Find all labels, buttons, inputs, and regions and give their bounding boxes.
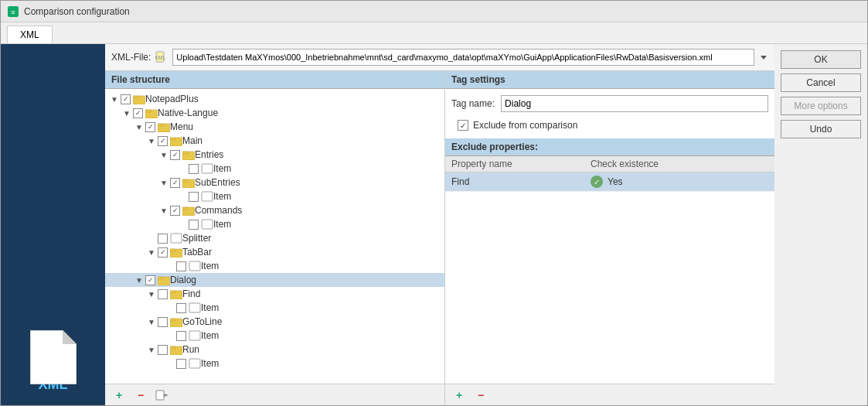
tree-content[interactable]: ▼ NotepadPlus ▼ Native-Langue <box>105 89 444 384</box>
tag-panel: Tag settings Tag name: Exclude from comp… <box>445 71 774 405</box>
import-icon[interactable] <box>155 387 170 403</box>
tree-item-menu[interactable]: ▼ Menu <box>105 120 444 134</box>
tree-item-item6[interactable]: Item <box>105 329 444 343</box>
svg-text:XML: XML <box>155 55 165 60</box>
svg-rect-39 <box>156 391 164 400</box>
toggle-icon[interactable]: ▼ <box>158 148 170 161</box>
add-prop-button[interactable]: + <box>451 387 467 403</box>
tree-checkbox[interactable] <box>158 247 168 258</box>
tree-item-tabbar[interactable]: ▼ TabBar <box>105 245 444 259</box>
tag-settings-header: Tag settings <box>445 71 774 89</box>
item-icon <box>201 191 213 202</box>
main-window: ≡ Comparison configuration XML XML XML-F… <box>0 0 868 406</box>
item-icon <box>189 330 201 341</box>
undo-button[interactable]: Undo <box>781 120 861 138</box>
toggle-icon[interactable]: ▼ <box>133 274 145 286</box>
tree-item-item4[interactable]: Item <box>105 259 444 273</box>
tree-checkbox[interactable] <box>133 108 143 118</box>
props-col1-header: Property name <box>451 159 591 169</box>
tree-checkbox[interactable] <box>189 192 199 202</box>
svg-rect-17 <box>202 164 213 173</box>
toggle-spacer <box>164 357 176 370</box>
tree-item-item7[interactable]: Item <box>105 357 444 370</box>
add-tree-item-button[interactable]: + <box>111 387 127 403</box>
tree-checkbox[interactable] <box>170 150 180 160</box>
tree-item-dialog[interactable]: ▼ Dialog <box>105 273 444 287</box>
tree-label: Run <box>182 344 199 355</box>
exclude-checkbox[interactable] <box>458 120 468 131</box>
tree-item-native-langue[interactable]: ▼ Native-Langue <box>105 106 444 120</box>
folder-icon <box>170 288 182 299</box>
tag-name-row: Tag name: <box>451 95 768 112</box>
file-path-input[interactable] <box>172 49 754 66</box>
folder-icon <box>182 149 195 160</box>
tree-item-subentries[interactable]: ▼ SubEntries <box>105 176 444 189</box>
tree-checkbox[interactable] <box>189 164 199 174</box>
toggle-icon[interactable]: ▼ <box>158 204 170 217</box>
tree-checkbox[interactable] <box>176 331 186 341</box>
item-icon <box>189 302 201 313</box>
props-row-find[interactable]: Find ✓ Yes <box>445 172 774 192</box>
folder-icon <box>170 247 182 258</box>
tree-checkbox[interactable] <box>176 359 186 369</box>
tree-checkbox[interactable] <box>158 136 168 146</box>
tree-item-item3[interactable]: Item <box>105 217 444 231</box>
svg-rect-16 <box>182 152 188 154</box>
tree-checkbox[interactable] <box>176 303 186 313</box>
svg-rect-24 <box>171 234 182 243</box>
tree-checkbox[interactable] <box>158 234 168 244</box>
main-content: XML XML-File: XML File struc <box>1 44 867 405</box>
toggle-icon[interactable]: ▼ <box>145 316 158 328</box>
tree-checkbox[interactable] <box>158 317 168 327</box>
tab-xml[interactable]: XML <box>7 26 53 43</box>
remove-tree-item-button[interactable]: − <box>133 387 148 403</box>
tree-item-entries[interactable]: ▼ Entries <box>105 148 444 162</box>
tree-checkbox[interactable] <box>121 94 131 104</box>
svg-marker-40 <box>164 394 168 397</box>
tree-item-main[interactable]: ▼ Main <box>105 134 444 148</box>
exclude-row: Exclude from comparison <box>451 118 768 132</box>
tree-label: Item <box>201 358 219 369</box>
tree-checkbox[interactable] <box>170 178 180 188</box>
tree-item-item5[interactable]: Item <box>105 301 444 315</box>
dropdown-arrow-icon[interactable] <box>759 53 768 62</box>
tree-item-item2[interactable]: Item <box>105 189 444 203</box>
folder-icon <box>170 344 182 355</box>
toggle-icon[interactable]: ▼ <box>121 107 133 119</box>
toggle-spacer <box>145 232 158 244</box>
tree-item-run[interactable]: ▼ Run <box>105 343 444 357</box>
toggle-icon[interactable]: ▼ <box>158 176 170 189</box>
remove-prop-button[interactable]: − <box>473 387 488 403</box>
tree-panel: File structure ▼ NotepadPlus ▼ <box>105 71 445 405</box>
tree-item-find[interactable]: ▼ Find <box>105 287 444 301</box>
toggle-spacer <box>176 162 189 175</box>
tree-item-gotoline[interactable]: ▼ GoToLine <box>105 315 444 329</box>
tree-checkbox[interactable] <box>145 275 155 285</box>
props-table-body: Find ✓ Yes <box>445 172 774 384</box>
toggle-icon[interactable]: ▼ <box>108 93 121 105</box>
tree-checkbox[interactable] <box>158 345 168 355</box>
toggle-icon[interactable]: ▼ <box>145 288 158 300</box>
tree-checkbox[interactable] <box>145 122 155 132</box>
svg-marker-6 <box>761 56 767 60</box>
item-icon <box>189 358 201 369</box>
tree-item-commands[interactable]: ▼ Commands <box>105 203 444 217</box>
tree-checkbox[interactable] <box>176 261 186 271</box>
toggle-icon[interactable]: ▼ <box>145 343 158 356</box>
tree-item-item1[interactable]: Item <box>105 162 444 176</box>
tree-checkbox[interactable] <box>170 206 180 216</box>
tree-checkbox[interactable] <box>189 220 199 230</box>
toggle-spacer <box>164 329 176 342</box>
exclude-checkbox-wrapper[interactable]: Exclude from comparison <box>458 120 577 131</box>
toggle-icon[interactable]: ▼ <box>145 246 158 258</box>
cancel-button[interactable]: Cancel <box>781 73 861 92</box>
more-options-button[interactable]: More options <box>781 97 861 115</box>
tag-name-input[interactable] <box>501 95 768 112</box>
ok-button[interactable]: OK <box>781 50 861 69</box>
folder-icon <box>158 275 170 285</box>
tree-item-splitter[interactable]: Splitter <box>105 231 444 245</box>
toggle-icon[interactable]: ▼ <box>145 135 158 147</box>
tree-checkbox[interactable] <box>158 289 168 299</box>
tree-item-notepadplus[interactable]: ▼ NotepadPlus <box>105 92 444 106</box>
toggle-icon[interactable]: ▼ <box>133 121 145 133</box>
